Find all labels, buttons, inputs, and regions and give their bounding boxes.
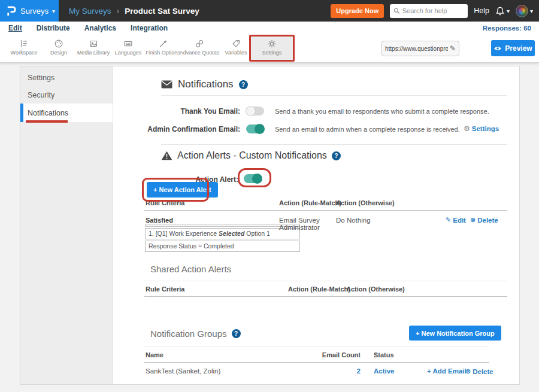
- sidebar-item-settings[interactable]: Settings: [20, 69, 113, 86]
- questionpro-app: Surveys ▾ My Surveys › Product Sat Surve…: [0, 0, 539, 392]
- admin-confirmation-label: Admin Confirmation Email:: [113, 125, 240, 133]
- product-switcher[interactable]: Surveys ▾: [0, 0, 59, 22]
- criteria-item[interactable]: Response Status = Completed: [145, 241, 300, 252]
- admin-confirmation-desc: Send an email to admin when a complete r…: [275, 126, 460, 133]
- tab-analytics[interactable]: Analytics: [84, 24, 116, 32]
- criteria-emphasis: Selected: [219, 230, 244, 237]
- avatar: [516, 5, 528, 17]
- account-menu[interactable]: ▾: [516, 5, 533, 17]
- topbar: Surveys ▾ My Surveys › Product Sat Surve…: [0, 0, 539, 22]
- rule-match-action: Email Survey Administrator: [279, 217, 334, 231]
- chevron-down-icon: ▾: [52, 8, 55, 14]
- group-email-count-link[interactable]: 2: [314, 367, 361, 375]
- admin-confirmation-toggle[interactable]: [246, 124, 264, 133]
- add-email-link[interactable]: + Add Email: [427, 367, 467, 375]
- sidebar-item-label: Notifications: [28, 109, 68, 117]
- toolbar-item-settings[interactable]: Settings: [251, 37, 293, 61]
- envelope-icon: [161, 80, 172, 89]
- delete-alert-link[interactable]: ⊗ Delete: [470, 216, 498, 224]
- toolbar-item-label: Advance Quotas: [178, 50, 220, 56]
- column-header: Email Count: [314, 351, 361, 358]
- breadcrumb-my-surveys[interactable]: My Surveys: [69, 7, 111, 16]
- warning-icon: [161, 151, 172, 160]
- help-icon[interactable]: ?: [332, 151, 341, 160]
- bell-icon: [495, 6, 505, 16]
- divider: [161, 95, 507, 96]
- tab-integration[interactable]: Integration: [131, 24, 168, 32]
- responses-count[interactable]: Responses: 60: [483, 25, 531, 32]
- search-input[interactable]: [402, 7, 464, 14]
- rule-status: Satisfied: [146, 217, 173, 224]
- breadcrumb-current: Product Sat Survey: [125, 7, 199, 16]
- image-icon: [88, 38, 99, 49]
- delete-label: Delete: [473, 368, 493, 375]
- column-header: Action (Otherwise): [346, 285, 405, 293]
- delete-label: Delete: [477, 217, 498, 224]
- settings-sidebar: Settings Security Notifications: [20, 66, 113, 384]
- help-icon[interactable]: ?: [232, 329, 241, 338]
- divider: [144, 347, 489, 347]
- column-header: Rule Criteria: [146, 199, 184, 206]
- new-action-alert-button[interactable]: + New Action Alert: [147, 182, 218, 197]
- shared-alerts-heading: Shared Action Alerts: [150, 264, 231, 274]
- section-title: Action Alerts - Custom Notifications: [177, 150, 327, 161]
- tag-icon: [231, 38, 241, 49]
- toolbar-item-advance-quotas[interactable]: Advance Quotas: [178, 37, 220, 61]
- notifications-bell[interactable]: ▾: [495, 6, 510, 16]
- divider: [144, 281, 507, 281]
- section-title: Notifications: [178, 78, 234, 90]
- help-link[interactable]: Help: [474, 7, 489, 15]
- thank-you-email-label: Thank You Email:: [113, 107, 240, 116]
- upgrade-now-button[interactable]: Upgrade Now: [331, 4, 384, 18]
- survey-url-field[interactable]: ✎: [381, 41, 459, 56]
- toolbar-item-finish-options[interactable]: Finish Options: [142, 37, 184, 61]
- admin-email-settings-link[interactable]: ⚙ Settings: [464, 124, 499, 133]
- divider: [144, 210, 507, 211]
- notification-groups-heading: Notification Groups ?: [150, 329, 241, 339]
- annotation-notifications-underline: [26, 120, 68, 123]
- settings-panel: Settings Security Notifications Notifica…: [20, 66, 520, 385]
- column-header: Status: [374, 351, 394, 358]
- group-status: Active: [374, 367, 395, 375]
- keyboard-icon: [123, 38, 134, 49]
- breadcrumb: My Surveys › Product Sat Survey: [69, 6, 199, 16]
- delete-icon: ⊗: [465, 367, 471, 375]
- criteria-collapsed-bar: [145, 224, 300, 227]
- criteria-item[interactable]: 1. [Q1] Work Experience Selected Option …: [145, 228, 300, 239]
- help-icon[interactable]: ?: [239, 80, 248, 89]
- preview-button[interactable]: Preview: [491, 40, 535, 56]
- column-header: Action (Rule-Match): [288, 285, 350, 293]
- toggle-knob: [252, 174, 262, 184]
- toggle-knob: [246, 106, 256, 116]
- delete-group-link[interactable]: ⊗ Delete: [465, 367, 493, 375]
- tab-edit[interactable]: Edit: [8, 24, 22, 32]
- sidebar-item-label: Security: [28, 91, 54, 99]
- tab-distribute[interactable]: Distribute: [37, 24, 70, 32]
- column-header: Action (Otherwise): [336, 199, 395, 206]
- action-alert-toggle[interactable]: [244, 174, 262, 183]
- breadcrumb-separator-icon: ›: [117, 6, 120, 16]
- gear-icon: [267, 38, 277, 49]
- settings-link-label: Settings: [472, 125, 499, 132]
- toolbar-item-label: Settings: [251, 50, 293, 56]
- toolbar-item-label: Finish Options: [142, 50, 184, 56]
- sidebar-item-security[interactable]: Security: [20, 86, 113, 104]
- thank-you-email-toggle[interactable]: [246, 107, 264, 116]
- toggle-knob: [255, 124, 265, 134]
- product-label: Surveys: [20, 7, 49, 16]
- chain-icon: [194, 38, 205, 49]
- notifications-content: Notifications ? Thank You Email: Send a …: [113, 66, 519, 384]
- edit-icon: ✎: [446, 216, 451, 224]
- help-search[interactable]: [390, 4, 468, 18]
- column-header: Name: [146, 351, 163, 358]
- criteria-text: Option 1: [244, 230, 270, 237]
- survey-url-input[interactable]: [385, 45, 448, 52]
- sidebar-item-label: Settings: [28, 74, 54, 82]
- new-notification-group-button[interactable]: + New Notification Group: [409, 326, 501, 341]
- questionpro-logo-icon: [5, 5, 17, 17]
- sidebar-item-notifications[interactable]: Notifications: [20, 104, 113, 122]
- gear-icon: ⚙: [464, 124, 470, 133]
- delete-icon: ⊗: [470, 216, 476, 224]
- edit-url-icon[interactable]: ✎: [450, 44, 456, 53]
- edit-alert-link[interactable]: ✎ Edit: [446, 216, 466, 224]
